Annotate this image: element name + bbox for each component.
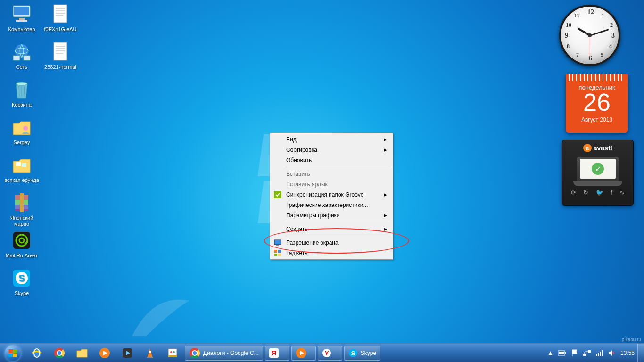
desktop-icon-label: Корзина	[4, 102, 40, 108]
taskbar-window-wmpwin[interactable]	[291, 346, 316, 361]
menu-item[interactable]: Гаджеты	[271, 248, 392, 258]
menu-icon-empty	[271, 179, 284, 189]
menu-icon-empty	[271, 224, 284, 234]
desktop-icon-label: всякая ерунда	[4, 177, 40, 183]
svg-rect-52	[149, 351, 151, 353]
desktop-icon-mario[interactable]: Японский марио	[4, 191, 40, 227]
system-tray: ▲ 13:55	[545, 349, 637, 357]
desktop-icon-computer[interactable]: Компьютер	[4, 3, 40, 33]
menu-item[interactable]: Создать▶	[271, 224, 392, 234]
skype-icon: S	[348, 348, 358, 358]
taskbar-pinned-vlc[interactable]	[139, 344, 161, 362]
menu-item[interactable]: Обновить	[271, 155, 392, 165]
taskbar-pinned-paint[interactable]	[162, 344, 183, 362]
desktop-icon-network[interactable]: Сеть	[4, 41, 40, 70]
menu-item[interactable]: Синхронизация папок Groove▶	[271, 189, 392, 200]
taskbar-pinned-ie[interactable]	[26, 344, 48, 362]
taskbar-pinned-chrome[interactable]	[49, 344, 70, 362]
taskbar-pinned-wmp[interactable]	[94, 344, 116, 362]
svg-rect-70	[559, 352, 564, 354]
svg-point-54	[170, 351, 172, 353]
desktop-icon-file2[interactable]: 25821-normal	[42, 41, 78, 70]
svg-rect-38	[276, 245, 279, 246]
taskbar-window-yandex2[interactable]: Y	[318, 346, 342, 361]
svg-rect-4	[54, 5, 67, 23]
svg-rect-12	[24, 56, 30, 60]
svg-point-18	[16, 82, 27, 85]
submenu-arrow-icon: ▶	[384, 137, 387, 142]
taskbar-window-chromewin[interactable]: Диалоги - Google C...	[185, 346, 263, 361]
avast-refresh-icon[interactable]: ↻	[583, 189, 588, 196]
svg-rect-71	[583, 354, 586, 356]
menu-item-label: Обновить	[284, 157, 392, 164]
action-center-flag-icon[interactable]	[571, 349, 578, 357]
menu-item-label: Разрешение экрана	[284, 239, 392, 246]
desktop-icon-erunda[interactable]: всякая ерунда	[4, 154, 40, 183]
menu-item[interactable]: Разрешение экрана	[271, 238, 392, 248]
desktop-icon-file1[interactable]: f0EXn1GIeAU	[42, 3, 78, 33]
volume-icon[interactable]	[608, 350, 616, 356]
desktop-icon-skype[interactable]: SSkype	[4, 267, 40, 296]
svg-rect-75	[600, 352, 601, 356]
desktop-icon-sergey[interactable]: Sergey	[4, 116, 40, 146]
svg-rect-37	[274, 240, 281, 245]
show-desktop-button[interactable]	[637, 344, 644, 362]
avast-twitter-icon[interactable]: 🐦	[596, 189, 603, 196]
taskbar-window-yandex1[interactable]: Я	[265, 346, 289, 361]
menu-item-label: Гаджеты	[284, 250, 392, 256]
svg-text:S: S	[18, 273, 25, 283]
menu-separator	[285, 167, 391, 167]
mailru-icon	[10, 229, 33, 252]
menu-item[interactable]: Сортировка▶	[271, 145, 392, 155]
desktop-icon-trash[interactable]: Корзина	[4, 78, 40, 108]
check-icon: ✓	[592, 163, 604, 175]
desktop-icon-label: Сеть	[4, 64, 40, 70]
desktop-icon-mailru[interactable]: Mail.Ru Агент	[4, 229, 40, 259]
avast-update-icon[interactable]: ⟳	[571, 189, 576, 196]
taskbar-pinned-kmp[interactable]	[116, 344, 138, 362]
menu-item-label: Создать	[284, 226, 392, 232]
avast-facebook-icon[interactable]: f	[611, 189, 612, 196]
taskbar-window-skypewin[interactable]: SSkype	[344, 346, 380, 361]
avast-gadget[interactable]: a avast! ✓ ⟳ ↻ 🐦 f ∿	[562, 140, 634, 206]
tray-clock[interactable]: 13:55	[620, 350, 635, 356]
wifi-signal-icon[interactable]	[596, 350, 603, 356]
menu-item-label: Вставить ярлык	[284, 181, 392, 188]
computer-icon	[10, 3, 33, 25]
svg-text:S: S	[351, 350, 355, 357]
menu-separator	[285, 236, 391, 236]
svg-point-22	[23, 126, 28, 131]
desktop-icon-label: Sergey	[4, 140, 40, 146]
svg-point-55	[173, 351, 175, 353]
tray-chevron-icon[interactable]: ▲	[547, 349, 553, 356]
yandex-icon: Я	[269, 348, 279, 358]
taskbar-pinned-explorer[interactable]	[71, 344, 93, 362]
folder-icon	[10, 154, 33, 176]
desktop[interactable]: Компьютерf0EXn1GIeAUСеть25821-normalКорз…	[0, 0, 644, 362]
calendar-gadget[interactable]: понедельник 26 Август 2013	[566, 74, 628, 133]
svg-rect-56	[168, 355, 177, 357]
menu-item-label: Вставить	[284, 171, 392, 177]
chrome-icon	[189, 347, 200, 359]
menu-item[interactable]: Графические характеристики...	[271, 200, 392, 210]
taskbar-window-label: Skype	[361, 350, 376, 356]
menu-icon-empty	[271, 169, 284, 179]
network-icon[interactable]	[583, 350, 591, 356]
menu-icon-empty	[271, 200, 284, 210]
svg-rect-3	[16, 20, 27, 22]
clock-gadget[interactable]: 12 3 6 9 1 2 4 5 7 8 10 11	[559, 5, 620, 66]
desktop-icon-label: f0EXn1GIeAU	[42, 26, 78, 33]
desktop-icon-label: Skype	[4, 290, 40, 296]
menu-item[interactable]: Параметры графики▶	[271, 210, 392, 221]
menu-item[interactable]: Вид▶	[271, 134, 392, 145]
taskbar: Диалоги - Google C...ЯYSSkype ▲ 13:55	[0, 343, 644, 362]
submenu-arrow-icon: ▶	[384, 227, 387, 231]
svg-rect-29	[20, 193, 24, 212]
start-button[interactable]	[0, 344, 25, 362]
svg-rect-2	[19, 18, 25, 20]
battery-icon[interactable]	[558, 350, 567, 356]
avast-rss-icon[interactable]: ∿	[619, 189, 625, 196]
svg-rect-41	[274, 254, 277, 256]
wmp-icon	[296, 347, 307, 359]
menu-icon-empty	[271, 145, 284, 155]
